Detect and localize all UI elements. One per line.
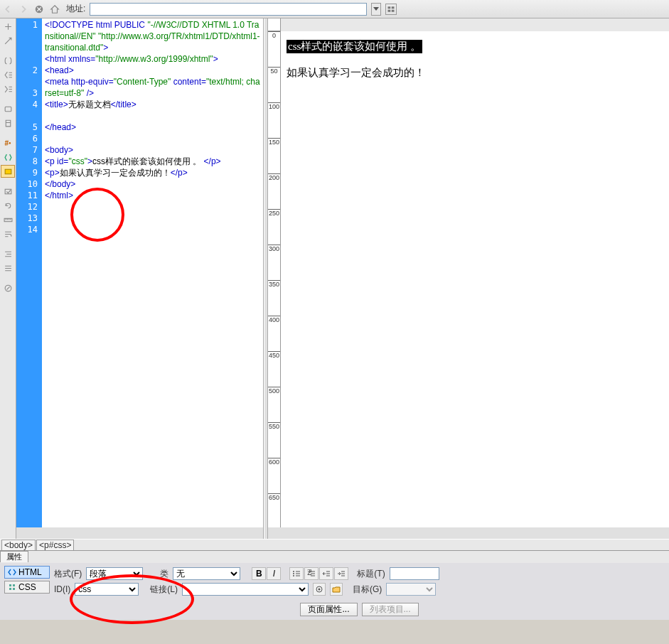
tool-snippet[interactable] — [1, 117, 15, 129]
tool-tag[interactable] — [1, 151, 15, 163]
svg-rect-6 — [5, 169, 11, 174]
view-options-icon[interactable] — [385, 4, 397, 15]
css-mode-button[interactable]: CSS — [4, 581, 50, 594]
tool-indent[interactable] — [1, 82, 15, 95]
ol-button[interactable]: 12 — [304, 567, 319, 580]
class-select[interactable]: 无 — [173, 567, 240, 580]
preview-pane: 050100150200250300350400450500550 050100… — [268, 18, 669, 539]
address-label: 地址: — [66, 3, 85, 15]
ul-button[interactable] — [289, 567, 304, 580]
tool-hash[interactable]: #● — [1, 136, 15, 149]
tag-body[interactable]: <body> — [1, 540, 36, 551]
code-text[interactable]: <!DOCTYPE html PUBLIC "-//W3C//DTD XHTML… — [42, 18, 263, 527]
tag-p-css[interactable]: <p#css> — [36, 540, 74, 551]
tool-apply[interactable] — [1, 185, 15, 198]
home-icon[interactable] — [49, 4, 60, 15]
properties-tab[interactable]: 属性 — [0, 551, 28, 562]
properties-panel: HTML CSS 格式(F) 段落 类 无 B I 12 标题(T) — [0, 563, 669, 620]
class-label: 类 — [160, 568, 168, 580]
tool-highlight[interactable] — [1, 165, 15, 178]
tool-wrap[interactable] — [1, 227, 15, 240]
svg-rect-2 — [392, 6, 395, 9]
format-label: 格式(F) — [54, 568, 82, 580]
svg-rect-11 — [13, 584, 15, 586]
point-to-file-icon[interactable] — [313, 583, 326, 596]
tool-indent2[interactable] — [1, 247, 15, 260]
svg-rect-4 — [392, 9, 395, 11]
tool-collapse[interactable] — [1, 20, 15, 33]
tool-outdent[interactable] — [1, 68, 15, 81]
svg-rect-3 — [388, 9, 391, 11]
tool-braces[interactable] — [1, 54, 15, 67]
italic-button[interactable]: I — [267, 567, 281, 580]
tool-comment[interactable] — [1, 102, 15, 115]
preview-paragraph-2[interactable]: 如果认真学习一定会成功的！ — [287, 66, 663, 80]
forward-icon[interactable] — [18, 4, 29, 15]
preview-scrollbar[interactable] — [268, 527, 669, 539]
tool-refresh[interactable] — [1, 199, 15, 212]
page-properties-button[interactable]: 页面属性... — [300, 603, 357, 616]
preview-canvas[interactable]: css样式的嵌套该如何使用 。 如果认真学习一定会成功的！ — [281, 31, 669, 527]
title-label: 标题(T) — [357, 568, 385, 580]
tool-format[interactable] — [1, 262, 15, 274]
id-select[interactable]: css — [75, 583, 139, 596]
address-input[interactable] — [90, 3, 367, 16]
tool-ruler[interactable] — [1, 213, 15, 226]
svg-point-14 — [293, 571, 294, 572]
browse-file-icon[interactable] — [330, 583, 343, 596]
target-label: 目标(G) — [353, 584, 382, 596]
tool-help[interactable] — [1, 281, 15, 294]
left-toolbar: #● — [0, 18, 16, 539]
back-icon[interactable] — [2, 4, 14, 15]
html-mode-button[interactable]: HTML — [4, 566, 50, 579]
tool-wand[interactable] — [1, 34, 15, 47]
code-editor[interactable]: 1 2 34 567891011121314 <!DOCTYPE html PU… — [16, 18, 264, 539]
link-select[interactable] — [182, 583, 309, 596]
svg-point-15 — [293, 573, 294, 574]
svg-rect-13 — [13, 588, 15, 590]
indent-button[interactable] — [334, 567, 348, 580]
svg-rect-12 — [9, 588, 11, 590]
code-scrollbar[interactable] — [16, 527, 263, 539]
link-label: 链接(L) — [150, 584, 178, 596]
address-dropdown[interactable] — [371, 3, 381, 16]
stop-icon[interactable] — [33, 4, 45, 15]
svg-rect-10 — [9, 584, 11, 586]
svg-point-16 — [293, 575, 294, 576]
id-label: ID(I) — [54, 584, 70, 594]
title-input[interactable] — [390, 567, 439, 580]
tag-selector[interactable]: <body><p#css> — [0, 539, 669, 550]
svg-rect-5 — [5, 107, 11, 112]
bold-button[interactable]: B — [252, 567, 266, 580]
svg-rect-1 — [388, 6, 391, 9]
list-items-button: 列表项目... — [362, 603, 419, 616]
outdent-button[interactable] — [319, 567, 333, 580]
preview-paragraph-1[interactable]: css样式的嵌套该如何使用 。 — [287, 40, 422, 53]
line-gutter: 1 2 34 567891011121314 — [16, 18, 42, 527]
target-select[interactable] — [386, 583, 436, 596]
svg-point-20 — [319, 589, 321, 591]
ruler-vertical: 0501001502002503003504004505005506006507… — [268, 31, 281, 527]
format-select[interactable]: 段落 — [86, 567, 143, 580]
